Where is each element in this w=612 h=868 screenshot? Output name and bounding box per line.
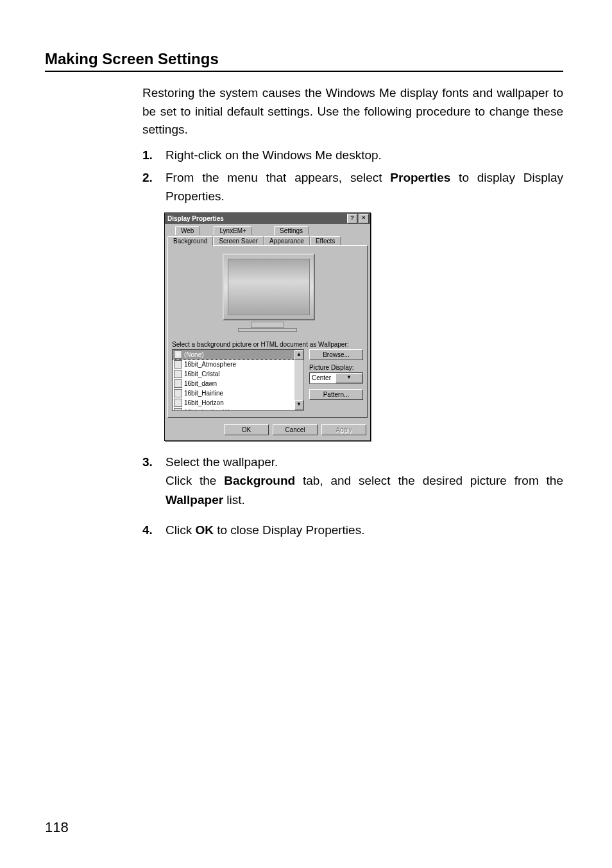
- tab-effects[interactable]: Effects: [310, 236, 341, 245]
- step-2: 2. From the menu that appears, select Pr…: [142, 168, 563, 206]
- image-icon: [174, 360, 182, 369]
- display-properties-figure: Display Properties ? × Web LynxEM+ Setti…: [164, 213, 563, 441]
- cancel-button[interactable]: Cancel: [273, 424, 318, 435]
- tab-background[interactable]: Background: [167, 236, 213, 246]
- step-text: From the menu that appears, select Prope…: [166, 168, 563, 206]
- tab-screensaver[interactable]: Screen Saver: [213, 236, 264, 245]
- pattern-button[interactable]: Pattern...: [309, 389, 363, 400]
- apply-button[interactable]: Apply: [321, 424, 366, 435]
- tab-row-back: Web LynxEM+ Settings: [165, 224, 370, 235]
- browse-button[interactable]: Browse...: [309, 349, 363, 360]
- help-icon[interactable]: ?: [347, 214, 357, 223]
- wallpaper-list-label: Select a background picture or HTML docu…: [172, 341, 363, 348]
- monitor-preview: [223, 254, 312, 332]
- step-1: 1. Right-click on the Windows Me desktop…: [142, 146, 563, 164]
- tab-appearance[interactable]: Appearance: [264, 236, 310, 245]
- list-item[interactable]: 16bit_Cristal: [173, 369, 303, 379]
- tab-settings[interactable]: Settings: [274, 226, 309, 235]
- step-text: Right-click on the Windows Me desktop.: [166, 146, 563, 164]
- list-item[interactable]: 16bit_In_the_Wa...: [173, 408, 303, 411]
- intro-paragraph: Restoring the system causes the Windows …: [142, 84, 563, 139]
- section-heading: Making Screen Settings: [45, 50, 563, 72]
- list-item[interactable]: 16bit_Atmosphere: [173, 360, 303, 369]
- tab-lynxem[interactable]: LynxEM+: [214, 226, 252, 235]
- step-text: Select the wallpaper. Click the Backgrou…: [166, 453, 563, 509]
- list-item[interactable]: ⊘(None): [173, 350, 303, 360]
- scroll-down-icon[interactable]: ▼: [294, 400, 303, 410]
- tab-web[interactable]: Web: [175, 226, 200, 235]
- step-number: 1.: [142, 146, 166, 164]
- background-tabpane: Select a background picture or HTML docu…: [167, 245, 368, 418]
- list-item[interactable]: 16bit_Hairline: [173, 388, 303, 398]
- tab-row-front: Background Screen Saver Appearance Effec…: [165, 234, 370, 245]
- image-icon: [174, 408, 182, 411]
- chevron-down-icon[interactable]: ▼: [336, 373, 362, 383]
- none-icon: ⊘: [174, 351, 182, 359]
- image-icon: [174, 399, 182, 407]
- image-icon: [174, 370, 182, 378]
- close-icon[interactable]: ×: [359, 214, 369, 223]
- titlebar: Display Properties ? ×: [165, 213, 370, 224]
- wallpaper-listbox[interactable]: ⊘(None) 16bit_Atmosphere 16bit_Cristal 1…: [172, 349, 304, 411]
- picture-display-label: Picture Display:: [309, 364, 363, 371]
- image-icon: [174, 379, 182, 388]
- scroll-up-icon[interactable]: ▲: [294, 350, 303, 360]
- picture-display-combo[interactable]: Center ▼: [309, 372, 363, 384]
- image-icon: [174, 389, 182, 397]
- list-item[interactable]: 16bit_dawn: [173, 379, 303, 388]
- step-3: 3. Select the wallpaper. Click the Backg…: [142, 453, 563, 509]
- display-properties-dialog: Display Properties ? × Web LynxEM+ Setti…: [164, 213, 371, 441]
- step-number: 3.: [142, 453, 166, 509]
- step-4: 4. Click OK to close Display Properties.: [142, 521, 563, 539]
- scrollbar[interactable]: ▲ ▼: [294, 350, 303, 410]
- page-number: 118: [45, 819, 69, 836]
- ok-button[interactable]: OK: [224, 424, 269, 435]
- dialog-title: Display Properties: [167, 215, 346, 222]
- step-text: Click OK to close Display Properties.: [166, 521, 563, 539]
- step-number: 4.: [142, 521, 166, 539]
- step-number: 2.: [142, 168, 166, 206]
- list-item[interactable]: 16bit_Horizon: [173, 398, 303, 408]
- dialog-button-row: OK Cancel Apply: [165, 421, 370, 440]
